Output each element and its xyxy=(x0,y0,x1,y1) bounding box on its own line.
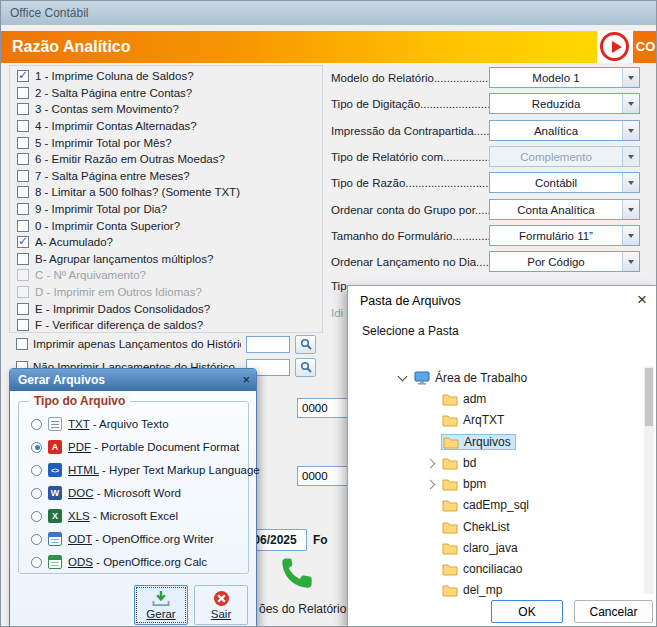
chevron-collapsed-icon[interactable] xyxy=(424,477,438,491)
file-type-rest: - OpenOffice.org Writer xyxy=(92,533,214,545)
combo-ordenar-grupo[interactable]: Conta Analítica xyxy=(489,199,640,220)
checkbox-checked-icon[interactable] xyxy=(17,70,29,82)
file-type-option-txt[interactable]: TXT - Arquivo Texto xyxy=(19,414,248,434)
option-row[interactable]: B- Agrupar lançamentos múltiplos? xyxy=(10,251,322,268)
chevron-down-icon[interactable] xyxy=(622,252,639,271)
sair-button[interactable]: Sair xyxy=(194,585,248,625)
file-type-option-pdf[interactable]: PDF - Portable Document Format xyxy=(19,437,248,457)
tree-item-desktop[interactable]: Área de Trabalho xyxy=(348,368,642,388)
combo-modelo-relatorio[interactable]: Modelo 1 xyxy=(489,67,640,88)
option-row[interactable]: F - Verificar diferença de saldos? xyxy=(10,317,322,334)
radio-unselected-icon[interactable] xyxy=(31,419,42,430)
option-row[interactable]: 9 - Imprimir Total por Dia? xyxy=(10,201,322,218)
tree-item-label: conciliacao xyxy=(463,562,522,576)
chevron-down-icon[interactable] xyxy=(622,121,639,140)
chevron-expanded-icon[interactable] xyxy=(396,371,410,385)
radio-selected-icon[interactable] xyxy=(31,442,42,453)
checkbox-unchecked-icon[interactable] xyxy=(17,220,29,232)
combo-tipo-razao[interactable]: Contábil xyxy=(489,172,640,193)
ok-button[interactable]: OK xyxy=(491,600,563,623)
tree-item[interactable]: claro_java xyxy=(348,538,642,558)
close-icon[interactable]: × xyxy=(242,371,250,389)
combo-impressao-contrapartida[interactable]: Analítica xyxy=(489,120,640,141)
combo-ordenar-lancamento[interactable]: Por Código xyxy=(489,251,640,272)
search-button[interactable] xyxy=(295,358,316,377)
checkbox-unchecked-icon[interactable] xyxy=(16,338,28,350)
tree-item[interactable]: bpm xyxy=(348,474,642,494)
tree-item-selected[interactable]: Arquivos xyxy=(348,432,642,452)
file-type-key: DOC xyxy=(68,487,94,499)
code-input[interactable] xyxy=(297,398,354,418)
checkbox-unchecked-icon[interactable] xyxy=(17,303,29,315)
checkbox-unchecked-icon[interactable] xyxy=(17,170,29,182)
checkbox-unchecked-icon[interactable] xyxy=(17,203,29,215)
search-icon xyxy=(300,361,312,373)
checkbox-unchecked-icon[interactable] xyxy=(17,103,29,115)
expander-slot xyxy=(424,498,438,512)
cancel-button[interactable]: Cancelar xyxy=(574,600,653,623)
option-row[interactable]: 3 - Contas sem Movimento? xyxy=(10,101,322,118)
code-input[interactable] xyxy=(297,466,354,486)
checkbox-checked-icon[interactable] xyxy=(17,236,29,248)
setting-row: Modelo do Relatório.....................… xyxy=(331,67,640,88)
radio-unselected-icon[interactable] xyxy=(31,465,42,476)
setting-label: Impressão da Contrapartida........... xyxy=(331,125,489,137)
checkbox-unchecked-icon[interactable] xyxy=(17,186,29,198)
checkbox-unchecked-icon[interactable] xyxy=(17,87,29,99)
expander-slot xyxy=(424,413,438,427)
option-row[interactable]: 8 - Limitar a 500 folhas? (Somente TXT) xyxy=(10,184,322,201)
radio-unselected-icon[interactable] xyxy=(31,534,42,545)
file-type-option-odt[interactable]: ODT - OpenOffice.org Writer xyxy=(19,529,248,549)
option-row[interactable]: 0 - Imprimir Conta Superior? xyxy=(10,217,322,234)
checkbox-unchecked-icon[interactable] xyxy=(17,253,29,265)
checkbox-unchecked-icon[interactable] xyxy=(17,120,29,132)
option-row[interactable]: 2 - Salta Página entre Contas? xyxy=(10,85,322,102)
file-type-option-html[interactable]: HTML - Hyper Text Markup Language xyxy=(19,460,248,480)
option-row[interactable]: 7 - Salta Página entre Meses? xyxy=(10,168,322,185)
radio-unselected-icon[interactable] xyxy=(31,511,42,522)
checkbox-unchecked-icon[interactable] xyxy=(17,319,29,331)
option-row[interactable]: 5 - Imprimir Total por Mês? xyxy=(10,134,322,151)
tree-item[interactable]: ChekList xyxy=(348,517,642,537)
option-row[interactable]: 4 - Imprimir Contas Alternadas? xyxy=(10,118,322,135)
combo-tamanho-formulario[interactable]: Formulário 11” xyxy=(489,225,640,246)
search-button[interactable] xyxy=(295,335,316,354)
office-contabil-window: Office Contábil Razão Analítico CO 1 - I… xyxy=(0,0,657,627)
option-row[interactable]: A- Acumulado? xyxy=(10,234,322,251)
chevron-collapsed-icon[interactable] xyxy=(424,456,438,470)
gerar-button[interactable]: Gerar xyxy=(134,585,188,625)
chevron-down-icon[interactable] xyxy=(622,226,639,245)
option-row[interactable]: 6 - Emitir Razão em Outras Moedas? xyxy=(10,151,322,168)
tree-item[interactable]: bd xyxy=(348,453,642,473)
tree-item[interactable]: conciliacao xyxy=(348,559,642,579)
tree-item[interactable]: ArqTXT xyxy=(348,410,642,430)
scrollbar-thumb[interactable] xyxy=(645,368,653,426)
option-row[interactable]: E - Imprimir Dados Consolidados? xyxy=(10,300,322,317)
historico-code-input[interactable] xyxy=(246,336,290,353)
phone-icon[interactable] xyxy=(279,555,315,591)
tree-item[interactable]: cadEmp_sql xyxy=(348,495,642,515)
chevron-down-icon[interactable] xyxy=(622,173,639,192)
chevron-down-icon[interactable] xyxy=(622,200,639,219)
checkbox-unchecked-icon[interactable] xyxy=(17,137,29,149)
combo-value: Complemento xyxy=(490,147,622,166)
combo-value: Reduzida xyxy=(490,94,622,113)
txt-file-icon xyxy=(48,417,62,431)
radio-unselected-icon[interactable] xyxy=(31,557,42,568)
chevron-down-icon[interactable] xyxy=(622,94,639,113)
combo-tipo-digitacao[interactable]: Reduzida xyxy=(489,93,640,114)
chevron-down-icon[interactable] xyxy=(622,68,639,87)
checkbox-unchecked-icon[interactable] xyxy=(17,153,29,165)
tree-item-label: ArqTXT xyxy=(463,413,504,427)
file-type-option-ods[interactable]: ODS - OpenOffice.org Calc xyxy=(19,552,248,572)
file-type-option-xls[interactable]: XLS - Microsoft Excel xyxy=(19,506,248,526)
tree-item[interactable]: del_mp xyxy=(348,580,642,600)
file-type-option-doc[interactable]: DOC - Microsoft Word xyxy=(19,483,248,503)
tree-item[interactable]: adm xyxy=(348,389,642,409)
radio-unselected-icon[interactable] xyxy=(31,488,42,499)
file-type-rest: - OpenOffice.org Calc xyxy=(93,556,207,568)
scrollbar[interactable] xyxy=(644,366,654,594)
option-row[interactable]: 1 - Imprime Coluna de Saldos? xyxy=(10,68,322,85)
report-options-fragment[interactable]: ões do Relatório xyxy=(259,602,346,616)
expander-slot xyxy=(424,520,438,534)
